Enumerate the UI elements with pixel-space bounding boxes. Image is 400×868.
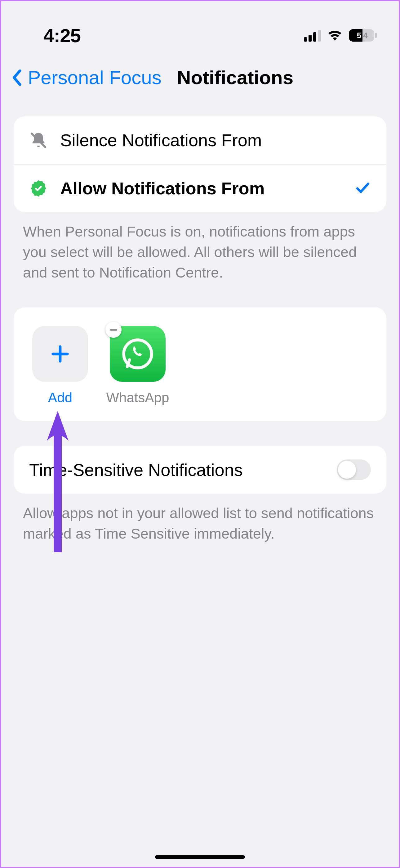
page-title: Notifications xyxy=(177,66,293,89)
nav-bar: Personal Focus Notifications xyxy=(1,57,399,104)
cellular-signal-icon xyxy=(304,29,321,41)
silence-notifications-row[interactable]: Silence Notifications From xyxy=(14,116,386,164)
switch-knob xyxy=(338,461,356,479)
notification-mode-group: Silence Notifications From Allow Notific… xyxy=(14,116,386,212)
time-sensitive-group: Time-Sensitive Notifications xyxy=(14,446,386,494)
app-label: WhatsApp xyxy=(106,390,169,405)
add-app-label: Add xyxy=(48,390,72,405)
allow-notifications-row[interactable]: Allow Notifications From xyxy=(14,164,386,212)
time-sensitive-switch[interactable] xyxy=(337,460,371,480)
status-bar: 4:25 5 4 xyxy=(1,1,399,57)
wifi-icon xyxy=(327,29,343,42)
app-tile-whatsapp[interactable]: WhatsApp xyxy=(107,326,169,405)
home-indicator[interactable] xyxy=(155,855,245,859)
time-sensitive-label: Time-Sensitive Notifications xyxy=(29,460,337,480)
silence-notifications-label: Silence Notifications From xyxy=(60,130,371,150)
bell-slash-icon xyxy=(29,131,48,149)
allow-notifications-label: Allow Notifications From xyxy=(60,178,342,198)
status-time: 4:25 xyxy=(23,25,80,46)
checkmark-icon xyxy=(355,180,371,197)
time-sensitive-row[interactable]: Time-Sensitive Notifications xyxy=(14,446,386,494)
status-right: 5 4 xyxy=(304,29,377,42)
plus-icon xyxy=(32,326,88,382)
mode-footer-text: When Personal Focus is on, notifications… xyxy=(23,221,377,282)
back-chevron-icon[interactable] xyxy=(10,69,23,86)
battery-percent-2: 4 xyxy=(363,31,367,40)
back-button[interactable]: Personal Focus xyxy=(28,66,162,89)
allowed-apps-group: Add WhatsApp xyxy=(14,307,386,421)
time-sensitive-footer: Allow apps not in your allowed list to s… xyxy=(23,503,377,544)
checkmark-seal-icon xyxy=(29,180,48,197)
whatsapp-icon xyxy=(110,326,166,382)
battery-icon: 5 4 xyxy=(349,29,377,41)
remove-app-badge[interactable] xyxy=(105,321,122,338)
add-app-button[interactable]: Add xyxy=(29,326,91,405)
battery-percent-1: 5 xyxy=(357,31,361,40)
